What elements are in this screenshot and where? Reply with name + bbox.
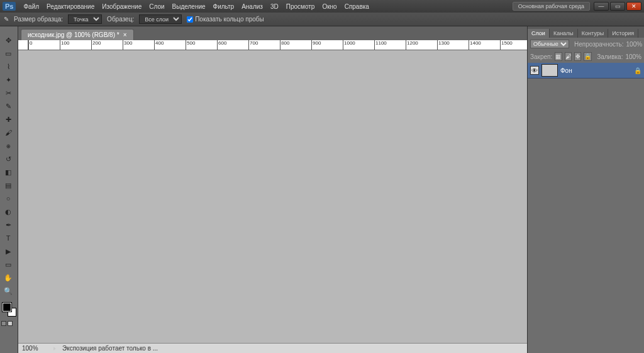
color-swatches[interactable]	[1, 301, 16, 318]
document-tab-bar: исходник.jpg @ 100% (RGB/8) * ×	[18, 26, 527, 40]
sample-size-dropdown[interactable]: Точка	[68, 14, 102, 24]
pen-tool[interactable]: ✒	[1, 219, 15, 231]
marquee-tool[interactable]: ▭	[1, 47, 15, 60]
layer-thumbnail[interactable]	[541, 64, 558, 77]
blend-mode-dropdown[interactable]: Обычные	[530, 40, 569, 48]
layers-list: 👁 Фон 🔒	[528, 63, 644, 353]
lock-position-icon[interactable]: ✥	[574, 52, 581, 61]
layers-lock-row: Закреп: ▦ 🖌 ✥ 🔒 Заливка: 100%	[528, 50, 644, 63]
zoom-tool[interactable]: 🔍	[1, 285, 15, 297]
menu-layers[interactable]: Слои	[145, 3, 168, 10]
foreground-color-swatch[interactable]	[3, 303, 11, 312]
show-ring-checkbox[interactable]: Показать кольцо пробы	[187, 16, 264, 23]
dodge-tool[interactable]: ◐	[1, 205, 15, 218]
window-controls: — ▭ ✕	[594, 2, 641, 11]
shape-tool[interactable]: ▭	[1, 258, 15, 271]
path-select-tool[interactable]: ▶	[1, 245, 15, 258]
crop-tool[interactable]: ✂	[1, 87, 15, 99]
blur-tool[interactable]: ○	[1, 192, 15, 205]
healing-brush-tool[interactable]: ✚	[1, 113, 15, 126]
eraser-tool[interactable]: ◧	[1, 166, 15, 178]
menu-image[interactable]: Изображение	[98, 3, 145, 10]
right-panels: Слои Каналы Контуры История Обычные Непр…	[527, 26, 644, 353]
toolbox: ✥ ▭ ⌇ ✦ ✂ ✎ ✚ 🖌 ⎈ ↺ ◧ ▤ ○ ◐ ✒ T ▶ ▭ ✋ 🔍	[0, 26, 18, 353]
lock-all-icon[interactable]: 🔒	[584, 52, 592, 61]
menu-file[interactable]: Файл	[19, 3, 43, 10]
menu-3d[interactable]: 3D	[267, 3, 282, 10]
menu-analysis[interactable]: Анализ	[238, 3, 267, 10]
zoom-level[interactable]: 100%	[22, 345, 47, 352]
window-close-button[interactable]: ✕	[626, 2, 641, 11]
layer-name[interactable]: Фон	[560, 67, 572, 74]
type-tool[interactable]: T	[1, 232, 15, 244]
document-tab-title: исходник.jpg @ 100% (RGB/8) *	[28, 31, 119, 38]
show-ring-check-input[interactable]	[187, 16, 193, 23]
menu-edit[interactable]: Редактирование	[43, 3, 98, 10]
menu-help[interactable]: Справка	[341, 3, 373, 10]
panel-tab-layers[interactable]: Слои	[528, 29, 550, 38]
opacity-label: Непрозрачность:	[574, 41, 624, 48]
sample-dropdown[interactable]: Все слои	[139, 14, 182, 24]
menu-bar: Ps Файл Редактирование Изображение Слои …	[0, 0, 644, 13]
app-logo: Ps	[3, 2, 16, 11]
panel-tab-paths[interactable]: Контуры	[578, 29, 608, 38]
layers-blend-row: Обычные Непрозрачность: 100%	[528, 38, 644, 50]
layer-visibility-icon[interactable]: 👁	[530, 66, 539, 75]
horizontal-ruler[interactable]: 0100200300400500600700800900100011001200…	[28, 40, 527, 50]
lock-transparent-icon[interactable]: ▦	[555, 52, 562, 61]
menu-window[interactable]: Окно	[318, 3, 340, 10]
document-tab[interactable]: исходник.jpg @ 100% (RGB/8) * ×	[21, 29, 134, 40]
menu-select[interactable]: Выделение	[169, 3, 209, 10]
eyedropper-tool-icon: ✎	[4, 16, 9, 23]
move-tool[interactable]: ✥	[1, 34, 15, 46]
clone-stamp-tool[interactable]: ⎈	[1, 139, 15, 152]
layer-lock-icon: 🔒	[634, 67, 641, 74]
menu-filter[interactable]: Фильтр	[209, 3, 238, 10]
menu-view[interactable]: Просмотр	[282, 3, 319, 10]
status-arrow-icon[interactable]	[53, 347, 56, 350]
history-brush-tool[interactable]: ↺	[1, 153, 15, 165]
layer-row-background[interactable]: 👁 Фон 🔒	[528, 63, 644, 79]
brush-tool[interactable]: 🖌	[1, 126, 15, 139]
options-bar: ✎ Размер образца: Точка Образец: Все сло…	[0, 13, 644, 26]
hand-tool[interactable]: ✋	[1, 271, 15, 284]
document-tab-close-icon[interactable]: ×	[123, 31, 127, 38]
lock-label: Закреп:	[530, 53, 552, 60]
sample-size-label: Размер образца:	[14, 16, 63, 23]
panel-tab-history[interactable]: История	[608, 29, 638, 38]
eyedropper-tool[interactable]: ✎	[1, 100, 15, 112]
gradient-tool[interactable]: ▤	[1, 179, 15, 192]
panel-tab-channels[interactable]: Каналы	[550, 29, 578, 38]
status-bar: 100% Экспозиция работает только в ...	[18, 343, 527, 353]
fill-label: Заливка:	[597, 53, 623, 60]
panel-tabs: Слои Каналы Контуры История	[528, 26, 644, 38]
ruler-origin[interactable]	[18, 40, 28, 50]
workspace-switcher[interactable]: Основная рабочая среда	[513, 2, 590, 11]
status-info: Экспозиция работает только в ...	[62, 345, 158, 352]
document-area: исходник.jpg @ 100% (RGB/8) * × 01002003…	[18, 26, 527, 353]
lock-pixels-icon[interactable]: 🖌	[565, 52, 572, 61]
show-ring-label: Показать кольцо пробы	[195, 16, 264, 23]
fill-value[interactable]: 100%	[625, 53, 641, 60]
magic-wand-tool[interactable]: ✦	[1, 73, 15, 86]
opacity-value[interactable]: 100%	[626, 41, 643, 48]
quick-mask-toggle[interactable]	[1, 321, 16, 326]
sample-label: Образец:	[107, 16, 134, 23]
window-maximize-button[interactable]: ▭	[610, 2, 625, 11]
lasso-tool[interactable]: ⌇	[1, 60, 15, 73]
window-minimize-button[interactable]: —	[594, 2, 609, 11]
